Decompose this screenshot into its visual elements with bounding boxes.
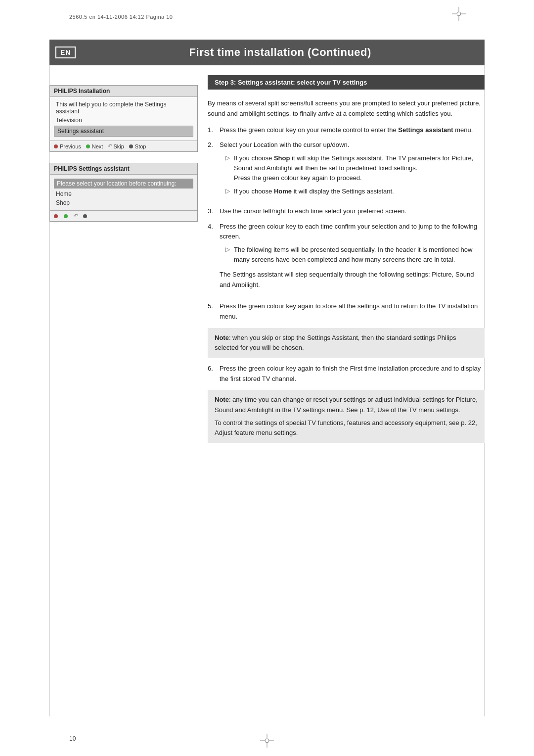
svg-point-9 [265, 739, 269, 743]
note2-label: Note [215, 396, 229, 403]
step4-bullet0-text: The following items will be presented se… [234, 245, 485, 265]
arrow-icon-0: ▷ [225, 153, 230, 183]
note2-para2: To control the settings of special TV fu… [215, 418, 478, 438]
red-dot-icon [54, 144, 58, 148]
note2-para1: Note: any time you can change or reset y… [215, 395, 478, 415]
skip-btn: ↶ Skip [108, 143, 124, 149]
stop-btn: Stop [129, 143, 146, 149]
step2-content: Select your Location with the cursor up/… [220, 140, 485, 201]
mockup2-row-1: Home [54, 189, 193, 198]
mockup2-skip-icon: ↶ [74, 213, 78, 219]
arrow-icon-1: ▷ [225, 187, 230, 196]
brand-label: PHILIPS [54, 88, 77, 94]
step4-num: 4. [208, 222, 216, 296]
step3-header: Step 3: Settings assistant: select your … [208, 75, 485, 90]
crosshair-bottom-icon [260, 734, 274, 749]
page-number: 10 [69, 735, 76, 742]
skip-label: Skip [113, 143, 124, 149]
mockup2-header: PHILIPS Settings assistant [50, 163, 197, 175]
mockup-settings-assistant: PHILIPS Settings assistant Please select… [49, 163, 198, 222]
step4-after: The Settings assistant will step sequent… [220, 270, 485, 290]
prev-btn: Previous [54, 143, 81, 149]
note2-box: Note: any time you can change or reset y… [208, 390, 485, 443]
intro-paragraph: By means of several split screens/full s… [208, 98, 485, 119]
step4-text: Press the green colour key to each time … [220, 223, 477, 240]
skip-icon: ↶ [108, 143, 112, 149]
step6-list: 6. Press the green colour key again to f… [208, 364, 485, 384]
language-badge: EN [55, 47, 76, 58]
mockup2-header-label: Settings assistant [79, 165, 130, 172]
step2-bullets: ▷ If you choose Shop it will skip the Se… [220, 153, 485, 196]
arrow-icon-2: ▷ [225, 245, 230, 265]
step-6: 6. Press the green colour key again to f… [208, 364, 485, 384]
right-column: Step 3: Settings assistant: select your … [208, 75, 485, 449]
mockup1-body: This will help you to complete the Setti… [50, 97, 197, 141]
content-area: PHILIPS Installation This will help you … [49, 75, 485, 707]
step2-bullet-1: ▷ If you choose Home it will display the… [220, 187, 485, 196]
mockup1-header: PHILIPS Installation [50, 86, 197, 97]
svg-point-4 [457, 12, 461, 16]
step-1: 1. Press the green colour key on your re… [208, 125, 485, 136]
mockup2-green-dot [64, 214, 68, 218]
steps-list: 1. Press the green colour key on your re… [208, 125, 485, 322]
note1-text: : when you skip or stop the Settings Ass… [215, 334, 456, 351]
step2-text: Select your Location with the cursor up/… [220, 141, 349, 148]
step4-bullets: ▷ The following items will be presented … [220, 245, 485, 265]
note1-box: Note: when you skip or stop the Settings… [208, 328, 485, 358]
step2-bullet-0: ▷ If you choose Shop it will skip the Se… [220, 153, 485, 183]
green-dot-icon [86, 144, 90, 148]
mockup1-header-label: Installation [79, 88, 110, 94]
stop-label: Stop [135, 143, 146, 149]
step3-num: 3. [208, 206, 216, 217]
step5-text: Press the green colour key again to stor… [220, 301, 485, 322]
note1-label: Note [215, 334, 229, 341]
crosshair-top-icon [452, 7, 466, 22]
next-btn: Next [86, 143, 103, 149]
mockup1-footer: Previous Next ↶ Skip Stop [50, 141, 197, 151]
next-label: Next [92, 143, 103, 149]
mockup-installation: PHILIPS Installation This will help you … [49, 85, 198, 152]
step-4: 4. Press the green colour key to each ti… [208, 222, 485, 296]
step1-num: 1. [208, 125, 216, 136]
mockup2-footer: ↶ [50, 210, 197, 221]
brand-label-2: PHILIPS [54, 165, 77, 172]
step2-bullet1-text: If you choose Home it will display the S… [234, 187, 394, 196]
page-title: First time installation (Continued) [76, 46, 485, 59]
left-column: PHILIPS Installation This will help you … [49, 85, 198, 233]
mockup1-row-2: Settings assistant [54, 126, 193, 137]
step2-bullet0-text: If you choose Shop it will skip the Sett… [234, 153, 485, 183]
page-container: 2560.5 en 14-11-2006 14:12 Pagina 10 EN … [0, 0, 534, 756]
mockup1-row-1: Television [54, 116, 193, 125]
header-banner: EN First time installation (Continued) [49, 40, 485, 65]
mockup2-row-0: Please select your location before conti… [54, 179, 193, 189]
step4-content: Press the green colour key to each time … [220, 222, 485, 296]
mockup2-body: Please select your location before conti… [50, 175, 197, 210]
top-meta: 2560.5 en 14-11-2006 14:12 Pagina 10 [69, 14, 173, 20]
step-2: 2. Select your Location with the cursor … [208, 140, 485, 201]
mockup2-red-dot [54, 214, 58, 218]
mockup1-row-0: This will help you to complete the Setti… [54, 100, 193, 116]
step4-bullet-0: ▷ The following items will be presented … [220, 245, 485, 265]
mockup2-yellow-dot [83, 214, 87, 218]
step1-text: Press the green colour key on your remot… [220, 125, 473, 136]
step6-num: 6. [208, 364, 216, 384]
mockup2-row-2: Shop [54, 198, 193, 207]
step2-num: 2. [208, 140, 216, 201]
prev-label: Previous [60, 143, 81, 149]
step-5: 5. Press the green colour key again to s… [208, 301, 485, 322]
step6-text: Press the green colour key again to fini… [220, 364, 485, 384]
step5-num: 5. [208, 301, 216, 322]
step3-text: Use the cursor left/right to each time s… [220, 206, 406, 217]
step-3: 3. Use the cursor left/right to each tim… [208, 206, 485, 217]
yellow-dot-icon [129, 144, 133, 148]
